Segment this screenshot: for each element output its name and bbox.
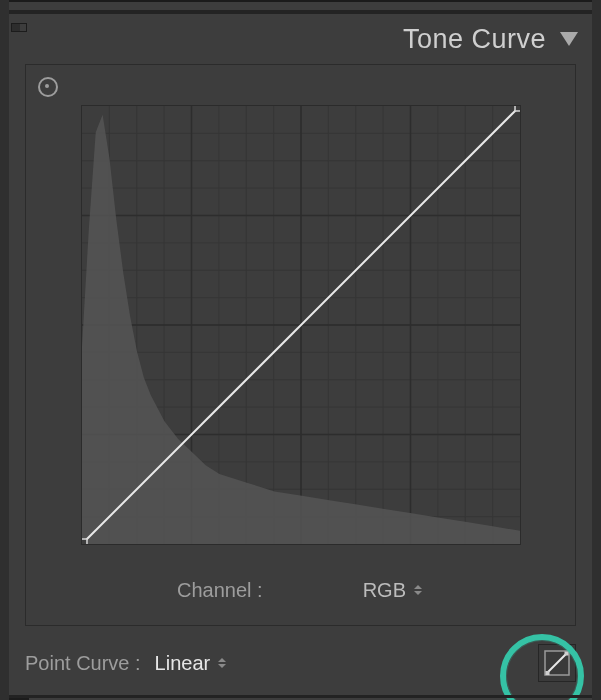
point-curve-value: Linear bbox=[155, 652, 211, 675]
svg-rect-39 bbox=[515, 106, 520, 111]
collapse-triangle-icon[interactable] bbox=[558, 30, 580, 48]
svg-rect-42 bbox=[546, 671, 550, 675]
panel-enable-switch[interactable] bbox=[9, 22, 29, 32]
point-curve-dropdown[interactable]: Linear bbox=[155, 652, 229, 675]
channel-value: RGB bbox=[363, 579, 406, 602]
point-curve-label: Point Curve : bbox=[25, 652, 141, 675]
stepper-arrows-icon bbox=[218, 658, 228, 668]
point-curve-row: Point Curve : Linear bbox=[25, 636, 576, 690]
svg-rect-38 bbox=[82, 539, 87, 544]
tone-curve-body: Channel : RGB bbox=[25, 64, 576, 626]
panel-header[interactable]: Tone Curve bbox=[9, 16, 592, 62]
channel-row: Channel : RGB bbox=[26, 575, 575, 605]
separator bbox=[9, 2, 592, 10]
separator bbox=[9, 10, 592, 14]
channel-dropdown[interactable]: RGB bbox=[363, 579, 424, 602]
svg-line-41 bbox=[547, 653, 567, 673]
stepper-arrows-icon bbox=[414, 585, 424, 595]
point-curve-toggle-button[interactable] bbox=[538, 644, 576, 682]
svg-rect-43 bbox=[565, 652, 569, 656]
targeted-adjustment-tool-icon[interactable] bbox=[38, 77, 62, 101]
channel-label: Channel : bbox=[177, 579, 263, 602]
svg-marker-0 bbox=[560, 32, 578, 46]
separator bbox=[9, 695, 592, 698]
curve-edit-icon bbox=[544, 650, 570, 676]
panel-title: Tone Curve bbox=[403, 24, 546, 55]
tone-curve-plot[interactable] bbox=[81, 105, 521, 545]
tone-curve-panel: Tone Curve Channel : RGB Point Curve : bbox=[9, 0, 592, 700]
